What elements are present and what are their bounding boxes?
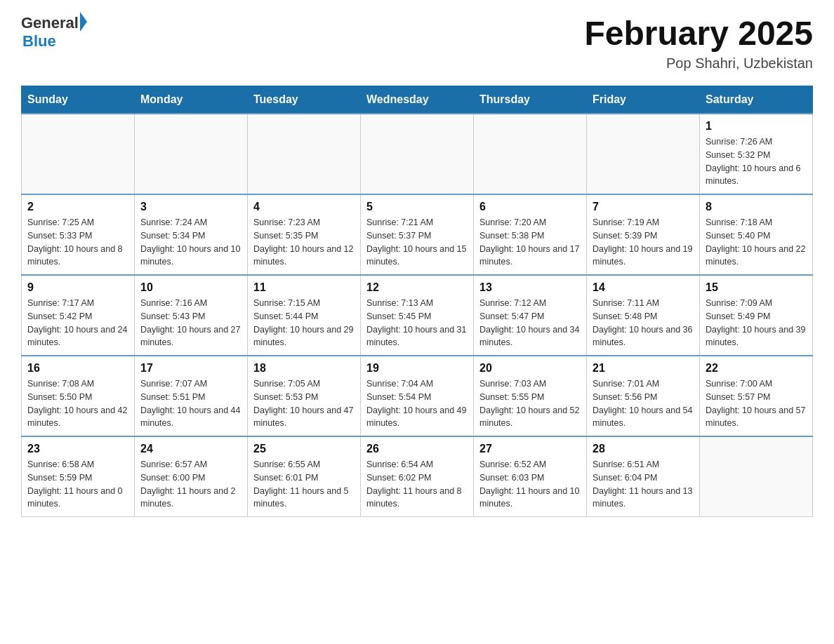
day-number: 3 [140, 201, 241, 213]
calendar-cell: 11Sunrise: 7:15 AM Sunset: 5:44 PM Dayli… [248, 275, 361, 356]
day-number: 20 [479, 362, 581, 375]
day-info: Sunrise: 7:15 AM Sunset: 5:44 PM Dayligh… [253, 297, 355, 349]
calendar-week-row: 16Sunrise: 7:08 AM Sunset: 5:50 PM Dayli… [22, 356, 813, 436]
calendar-cell [135, 114, 248, 194]
day-info: Sunrise: 7:09 AM Sunset: 5:49 PM Dayligh… [706, 297, 807, 349]
month-title: February 2025 [584, 14, 813, 53]
day-info: Sunrise: 7:12 AM Sunset: 5:47 PM Dayligh… [479, 297, 581, 349]
day-info: Sunrise: 6:57 AM Sunset: 6:00 PM Dayligh… [140, 458, 241, 511]
day-number: 19 [366, 362, 468, 375]
page-header: General Blue February 2025 Pop Shahri, U… [21, 14, 813, 72]
day-info: Sunrise: 7:03 AM Sunset: 5:55 PM Dayligh… [479, 377, 581, 430]
day-info: Sunrise: 7:17 AM Sunset: 5:42 PM Dayligh… [27, 297, 128, 349]
day-info: Sunrise: 7:11 AM Sunset: 5:48 PM Dayligh… [593, 297, 694, 349]
day-number: 12 [366, 281, 468, 294]
day-number: 17 [140, 362, 241, 375]
calendar-week-row: 9Sunrise: 7:17 AM Sunset: 5:42 PM Daylig… [22, 275, 813, 356]
day-info: Sunrise: 7:20 AM Sunset: 5:38 PM Dayligh… [479, 216, 581, 269]
day-number: 15 [706, 281, 807, 294]
day-number: 7 [593, 201, 694, 213]
calendar-cell: 5Sunrise: 7:21 AM Sunset: 5:37 PM Daylig… [361, 194, 474, 275]
day-info: Sunrise: 7:13 AM Sunset: 5:45 PM Dayligh… [366, 297, 468, 349]
calendar-cell [474, 114, 587, 194]
calendar-table: SundayMondayTuesdayWednesdayThursdayFrid… [21, 86, 813, 517]
day-number: 26 [366, 443, 468, 455]
day-number: 13 [479, 281, 581, 294]
calendar-cell: 28Sunrise: 6:51 AM Sunset: 6:04 PM Dayli… [587, 436, 700, 517]
calendar-week-row: 2Sunrise: 7:25 AM Sunset: 5:33 PM Daylig… [22, 194, 813, 275]
calendar-cell: 17Sunrise: 7:07 AM Sunset: 5:51 PM Dayli… [135, 356, 248, 436]
day-info: Sunrise: 6:58 AM Sunset: 5:59 PM Dayligh… [27, 458, 128, 511]
calendar-cell: 10Sunrise: 7:16 AM Sunset: 5:43 PM Dayli… [135, 275, 248, 356]
day-info: Sunrise: 7:04 AM Sunset: 5:54 PM Dayligh… [366, 377, 468, 430]
day-info: Sunrise: 6:55 AM Sunset: 6:01 PM Dayligh… [253, 458, 355, 511]
day-number: 22 [706, 362, 807, 375]
day-info: Sunrise: 7:00 AM Sunset: 5:57 PM Dayligh… [706, 377, 807, 430]
day-number: 21 [593, 362, 694, 375]
day-number: 27 [479, 443, 581, 455]
column-header-wednesday: Wednesday [361, 86, 474, 114]
calendar-cell: 15Sunrise: 7:09 AM Sunset: 5:49 PM Dayli… [700, 275, 813, 356]
logo-arrow-icon [80, 12, 87, 32]
day-info: Sunrise: 7:25 AM Sunset: 5:33 PM Dayligh… [27, 216, 128, 269]
day-number: 18 [253, 362, 355, 375]
day-number: 11 [253, 281, 355, 294]
day-number: 23 [27, 443, 128, 455]
day-number: 4 [253, 201, 355, 213]
day-info: Sunrise: 7:19 AM Sunset: 5:39 PM Dayligh… [593, 216, 694, 269]
calendar-cell: 19Sunrise: 7:04 AM Sunset: 5:54 PM Dayli… [361, 356, 474, 436]
day-info: Sunrise: 6:51 AM Sunset: 6:04 PM Dayligh… [593, 458, 694, 511]
calendar-cell: 26Sunrise: 6:54 AM Sunset: 6:02 PM Dayli… [361, 436, 474, 517]
calendar-week-row: 1Sunrise: 7:26 AM Sunset: 5:32 PM Daylig… [22, 114, 813, 194]
day-info: Sunrise: 7:01 AM Sunset: 5:56 PM Dayligh… [593, 377, 694, 430]
column-header-sunday: Sunday [22, 86, 135, 114]
calendar-cell: 8Sunrise: 7:18 AM Sunset: 5:40 PM Daylig… [700, 194, 813, 275]
calendar-cell: 23Sunrise: 6:58 AM Sunset: 5:59 PM Dayli… [22, 436, 135, 517]
calendar-cell [700, 436, 813, 517]
day-info: Sunrise: 6:54 AM Sunset: 6:02 PM Dayligh… [366, 458, 468, 511]
column-header-tuesday: Tuesday [248, 86, 361, 114]
title-section: February 2025 Pop Shahri, Uzbekistan [584, 14, 813, 72]
day-info: Sunrise: 7:21 AM Sunset: 5:37 PM Dayligh… [366, 216, 468, 269]
calendar-cell [361, 114, 474, 194]
calendar-cell: 22Sunrise: 7:00 AM Sunset: 5:57 PM Dayli… [700, 356, 813, 436]
day-info: Sunrise: 7:05 AM Sunset: 5:53 PM Dayligh… [253, 377, 355, 430]
calendar-cell: 9Sunrise: 7:17 AM Sunset: 5:42 PM Daylig… [22, 275, 135, 356]
day-info: Sunrise: 7:08 AM Sunset: 5:50 PM Dayligh… [27, 377, 128, 430]
day-number: 28 [593, 443, 694, 455]
column-header-saturday: Saturday [700, 86, 813, 114]
day-number: 8 [706, 201, 807, 213]
calendar-cell: 27Sunrise: 6:52 AM Sunset: 6:03 PM Dayli… [474, 436, 587, 517]
day-number: 9 [27, 281, 128, 294]
location-subtitle: Pop Shahri, Uzbekistan [584, 55, 813, 72]
calendar-cell [248, 114, 361, 194]
day-number: 16 [27, 362, 128, 375]
day-info: Sunrise: 7:16 AM Sunset: 5:43 PM Dayligh… [140, 297, 241, 349]
logo: General Blue [21, 14, 87, 51]
day-number: 1 [706, 120, 807, 133]
calendar-cell: 24Sunrise: 6:57 AM Sunset: 6:00 PM Dayli… [135, 436, 248, 517]
day-number: 10 [140, 281, 241, 294]
calendar-cell: 14Sunrise: 7:11 AM Sunset: 5:48 PM Dayli… [587, 275, 700, 356]
day-info: Sunrise: 7:24 AM Sunset: 5:34 PM Dayligh… [140, 216, 241, 269]
day-info: Sunrise: 7:26 AM Sunset: 5:32 PM Dayligh… [706, 135, 807, 188]
calendar-cell: 1Sunrise: 7:26 AM Sunset: 5:32 PM Daylig… [700, 114, 813, 194]
day-info: Sunrise: 7:23 AM Sunset: 5:35 PM Dayligh… [253, 216, 355, 269]
calendar-cell [587, 114, 700, 194]
calendar-cell: 6Sunrise: 7:20 AM Sunset: 5:38 PM Daylig… [474, 194, 587, 275]
day-number: 24 [140, 443, 241, 455]
calendar-cell: 25Sunrise: 6:55 AM Sunset: 6:01 PM Dayli… [248, 436, 361, 517]
day-number: 14 [593, 281, 694, 294]
calendar-cell: 7Sunrise: 7:19 AM Sunset: 5:39 PM Daylig… [587, 194, 700, 275]
calendar-cell: 4Sunrise: 7:23 AM Sunset: 5:35 PM Daylig… [248, 194, 361, 275]
day-number: 5 [366, 201, 468, 213]
calendar-cell: 16Sunrise: 7:08 AM Sunset: 5:50 PM Dayli… [22, 356, 135, 436]
day-number: 2 [27, 201, 128, 213]
day-info: Sunrise: 7:18 AM Sunset: 5:40 PM Dayligh… [706, 216, 807, 269]
calendar-cell: 21Sunrise: 7:01 AM Sunset: 5:56 PM Dayli… [587, 356, 700, 436]
calendar-cell: 13Sunrise: 7:12 AM Sunset: 5:47 PM Dayli… [474, 275, 587, 356]
calendar-cell: 20Sunrise: 7:03 AM Sunset: 5:55 PM Dayli… [474, 356, 587, 436]
calendar-cell: 12Sunrise: 7:13 AM Sunset: 5:45 PM Dayli… [361, 275, 474, 356]
calendar-cell: 3Sunrise: 7:24 AM Sunset: 5:34 PM Daylig… [135, 194, 248, 275]
logo-general-text: General [21, 14, 79, 32]
